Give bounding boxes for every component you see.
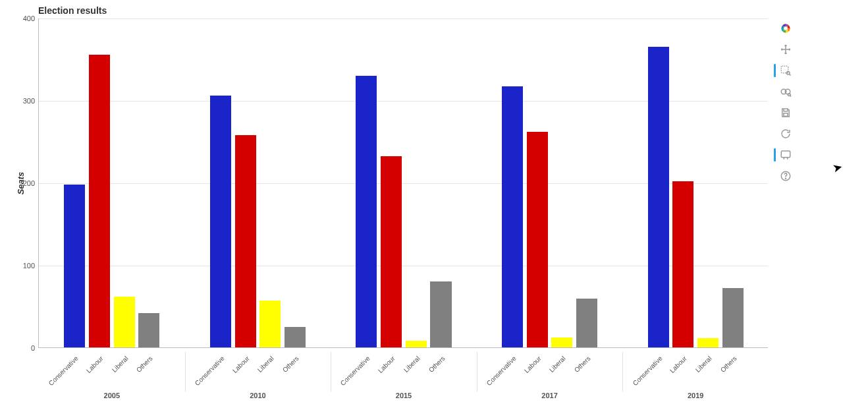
- x-group-label: 2015: [396, 392, 412, 399]
- grid-line: [39, 18, 768, 19]
- bokeh-logo-icon[interactable]: [777, 20, 794, 37]
- group-separator: [331, 352, 331, 392]
- bar[interactable]: [406, 341, 427, 347]
- hover-tool-icon[interactable]: [777, 146, 794, 163]
- bar[interactable]: [64, 185, 85, 348]
- plot-area: 01002003004002005ConservativeLabourLiber…: [38, 18, 768, 348]
- bar[interactable]: [381, 156, 402, 347]
- bar[interactable]: [502, 86, 523, 347]
- bar[interactable]: [285, 327, 306, 347]
- chart-toolbar: [776, 20, 796, 185]
- bar[interactable]: [138, 313, 159, 348]
- svg-rect-7: [781, 151, 790, 158]
- y-tick-label: 300: [23, 97, 35, 105]
- bar[interactable]: [576, 299, 597, 347]
- chart-title: Election results: [38, 5, 107, 16]
- svg-rect-6: [784, 113, 788, 117]
- bar[interactable]: [235, 135, 256, 348]
- group-separator: [185, 352, 186, 392]
- bar[interactable]: [527, 132, 548, 348]
- group-separator: [477, 352, 477, 392]
- bar[interactable]: [648, 47, 669, 347]
- help-tool-icon[interactable]: [777, 167, 794, 185]
- box-zoom-tool-icon[interactable]: [777, 62, 794, 79]
- group-separator: [622, 352, 623, 392]
- bar[interactable]: [697, 338, 719, 347]
- bar[interactable]: [722, 288, 744, 347]
- y-tick-label: 0: [31, 344, 35, 352]
- y-tick-label: 100: [23, 262, 35, 270]
- wheel-zoom-tool-icon[interactable]: [777, 83, 794, 100]
- y-tick-label: 200: [23, 179, 35, 187]
- pan-tool-icon[interactable]: [777, 41, 794, 58]
- x-group-label: 2017: [541, 392, 557, 399]
- bar[interactable]: [356, 76, 377, 348]
- svg-point-0: [784, 26, 787, 30]
- bar[interactable]: [259, 301, 281, 347]
- reset-tool-icon[interactable]: [777, 125, 794, 142]
- bar[interactable]: [430, 281, 451, 347]
- bar[interactable]: [89, 55, 110, 347]
- x-group-label: 2010: [250, 392, 265, 399]
- save-tool-icon[interactable]: [777, 104, 794, 121]
- x-group-label: 2019: [688, 392, 703, 399]
- svg-point-9: [785, 178, 786, 179]
- bar[interactable]: [210, 96, 231, 348]
- x-group-label: 2005: [104, 392, 120, 399]
- bar[interactable]: [672, 181, 693, 348]
- bar[interactable]: [551, 337, 572, 347]
- mouse-cursor-icon: ➤: [830, 159, 844, 175]
- bar[interactable]: [114, 297, 135, 348]
- y-tick-label: 400: [23, 15, 35, 22]
